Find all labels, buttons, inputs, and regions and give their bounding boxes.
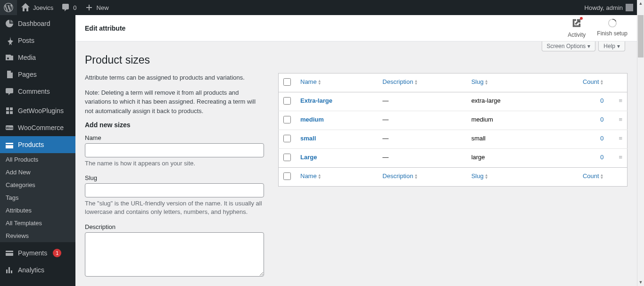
account-link[interactable]: Howdy, admin — [585, 4, 637, 11]
page-header-title: Edit attribute — [85, 25, 125, 32]
slug-input[interactable] — [85, 183, 264, 197]
notification-dot — [580, 17, 583, 20]
sort-icon: ▲▼ — [318, 174, 322, 180]
sidebar-item-label: Dashboard — [18, 20, 50, 27]
row-checkbox[interactable] — [283, 135, 291, 142]
submenu-item-reviews[interactable]: Reviews — [0, 229, 75, 242]
pin-icon — [5, 36, 14, 45]
sidebar-item-dashboard[interactable]: Dashboard — [0, 15, 75, 32]
activity-label: Activity — [568, 32, 586, 38]
col-count-label: Count — [583, 78, 599, 85]
select-all-bottom[interactable] — [283, 172, 291, 180]
sidebar-item-comments[interactable]: Comments — [0, 83, 75, 100]
sidebar-item-payments[interactable]: Payments1 — [0, 245, 75, 261]
submenu-item-categories[interactable]: Categories — [0, 179, 75, 191]
table-row: Large—large0≡ — [279, 149, 627, 168]
badge: 1 — [53, 249, 61, 257]
admin-sidebar: DashboardPostsMediaPagesCommentsGetWooPl… — [0, 15, 75, 286]
activity-button[interactable]: Activity — [568, 18, 586, 38]
vertical-scrollbar[interactable]: ▲ ▼ — [637, 0, 644, 286]
caret-down-icon: ▾ — [617, 43, 620, 49]
avatar — [626, 4, 633, 11]
wp-logo[interactable] — [0, 0, 17, 15]
products-submenu: All ProductsAdd NewCategoriesTagsAttribu… — [0, 153, 75, 242]
sidebar-item-analytics[interactable]: Analytics — [0, 261, 75, 278]
sidebar-item-media[interactable]: Media — [0, 49, 75, 66]
site-link[interactable]: Joevics — [17, 0, 57, 15]
sidebar-item-label: Comments — [18, 88, 50, 95]
submenu-item-tags[interactable]: Tags — [0, 191, 75, 204]
col-name-label: Name — [300, 172, 317, 180]
select-all-top[interactable] — [283, 78, 291, 86]
col-slug[interactable]: Slug▲▼ — [467, 74, 544, 92]
sort-icon: ▲▼ — [485, 174, 488, 180]
form-column: Attribute terms can be assigned to produ… — [85, 73, 264, 278]
description-textarea[interactable] — [85, 232, 264, 277]
table-row: small—small0≡ — [279, 130, 627, 149]
help-tab[interactable]: Help ▾ — [598, 41, 625, 51]
page-title: Product sizes — [85, 54, 627, 66]
col-description-foot[interactable]: Description▲▼ — [378, 168, 466, 187]
drag-handle-icon[interactable]: ≡ — [619, 97, 622, 104]
woo-icon: Woo — [5, 123, 14, 132]
col-count[interactable]: Count▲▼ — [544, 74, 613, 92]
submenu-item-all-products[interactable]: All Products — [0, 153, 75, 166]
term-name-link[interactable]: Extra-large — [300, 97, 332, 104]
sidebar-item-label: Pages — [18, 71, 37, 78]
comments-icon — [5, 87, 14, 96]
term-description: — — [378, 92, 466, 111]
row-checkbox[interactable] — [283, 154, 291, 161]
row-checkbox[interactable] — [283, 116, 291, 123]
term-count[interactable]: 0 — [600, 135, 603, 142]
site-name: Joevics — [33, 4, 53, 11]
page-header: Edit attribute Activity Finish setup — [75, 15, 637, 41]
grid-icon — [5, 106, 14, 115]
description-label: Description — [85, 223, 264, 230]
slug-help: The "slug" is the URL-friendly version o… — [85, 199, 264, 216]
submenu-item-attributes[interactable]: Attributes — [0, 204, 75, 217]
col-count-foot[interactable]: Count▲▼ — [544, 168, 613, 187]
col-slug-foot[interactable]: Slug▲▼ — [467, 168, 544, 187]
drag-handle-icon[interactable]: ≡ — [619, 154, 622, 161]
submenu-item-add-new[interactable]: Add New — [0, 166, 75, 179]
col-name-label: Name — [300, 78, 317, 85]
new-content[interactable]: New — [81, 0, 113, 15]
term-name-link[interactable]: Large — [300, 154, 317, 161]
sidebar-item-products[interactable]: Products — [0, 136, 75, 153]
table-row: medium—medium0≡ — [279, 111, 627, 130]
pages-icon — [5, 70, 14, 79]
caret-down-icon: ▾ — [587, 43, 590, 49]
add-new-heading: Add new sizes — [85, 121, 264, 129]
sidebar-item-label: Payments — [18, 249, 47, 257]
scroll-down-arrow[interactable]: ▼ — [637, 279, 644, 286]
sidebar-item-getwoo[interactable]: GetWooPlugins — [0, 102, 75, 119]
finish-setup-button[interactable]: Finish setup — [597, 18, 627, 38]
row-checkbox[interactable] — [283, 97, 291, 105]
col-name[interactable]: Name▲▼ — [296, 74, 378, 92]
screen-options-tab[interactable]: Screen Options ▾ — [542, 41, 596, 51]
scroll-thumb[interactable] — [638, 15, 644, 57]
term-name-link[interactable]: medium — [300, 116, 324, 123]
name-input[interactable] — [85, 143, 264, 157]
sort-icon: ▲▼ — [485, 80, 488, 85]
term-description: — — [378, 149, 466, 168]
sidebar-item-woocommerce[interactable]: WooWooCommerce — [0, 119, 75, 136]
term-count[interactable]: 0 — [600, 97, 603, 104]
admin-toolbar: Joevics 0 New Howdy, admin — [0, 0, 637, 15]
col-description-label: Description — [382, 172, 413, 180]
scroll-up-arrow[interactable]: ▲ — [637, 0, 644, 7]
col-description[interactable]: Description▲▼ — [378, 74, 466, 92]
term-name-link[interactable]: small — [300, 135, 316, 142]
sort-icon: ▲▼ — [414, 80, 418, 85]
submenu-item-all-templates[interactable]: All Templates — [0, 217, 75, 229]
sidebar-item-pages[interactable]: Pages — [0, 66, 75, 83]
sidebar-item-posts[interactable]: Posts — [0, 32, 75, 49]
term-slug: medium — [467, 111, 544, 130]
sort-icon: ▲▼ — [318, 80, 322, 85]
drag-handle-icon[interactable]: ≡ — [619, 135, 622, 142]
term-count[interactable]: 0 — [600, 154, 603, 161]
col-name-foot[interactable]: Name▲▼ — [296, 168, 378, 187]
term-count[interactable]: 0 — [600, 116, 603, 123]
comments-link[interactable]: 0 — [57, 0, 80, 15]
drag-handle-icon[interactable]: ≡ — [619, 116, 622, 123]
